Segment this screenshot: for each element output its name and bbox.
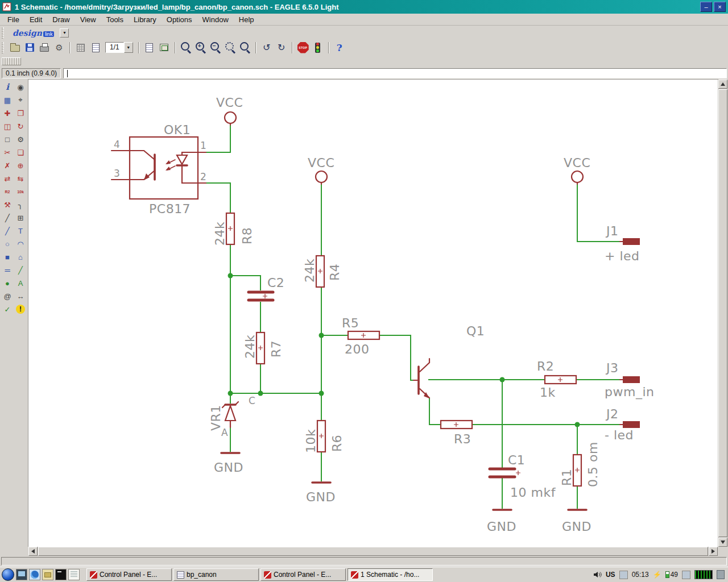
launcher-files-icon[interactable] [42,569,53,580]
chevron-down-icon[interactable]: ▼ [124,42,133,53]
tool-mirror-icon[interactable]: ◫ [1,120,14,132]
grid-button[interactable] [74,41,88,55]
tool-pinswap-icon[interactable]: ⇄ [1,172,14,185]
power-vcc-1[interactable]: VCC [216,95,243,125]
battery-indicator[interactable]: 49 [665,571,678,579]
tool-smash-icon[interactable]: ⚒ [1,198,14,211]
tray-app-icon[interactable] [619,571,628,579]
tool-mark-icon[interactable]: ⌖ [14,94,27,106]
power-gnd-1[interactable]: GND [214,453,243,475]
tool-rect-icon[interactable]: ■ [1,251,14,263]
component-c2[interactable]: C2 [249,276,284,300]
tool-dimension-icon[interactable]: ↔ [14,290,27,302]
tool-add-icon[interactable]: ⊕ [14,159,27,172]
component-q1-transistor[interactable]: Q1 [413,324,485,398]
tool-junction-icon[interactable]: ● [1,277,14,289]
component-r3[interactable]: R3 [441,421,472,446]
tool-text-icon[interactable]: T [14,225,27,237]
menu-view[interactable]: View [75,14,101,25]
tray-network-icon[interactable] [682,571,690,579]
zoom-select-button[interactable] [224,41,237,55]
menu-help[interactable]: Help [234,14,259,25]
tool-invoke-icon[interactable]: ⊞ [14,211,27,224]
undo-button[interactable]: ↺ [260,41,274,55]
open-button[interactable] [8,41,22,55]
desktop-pager[interactable] [717,570,725,579]
launcher-monitor-icon[interactable] [16,569,27,580]
power-icon[interactable]: ⚡ [653,571,661,579]
zoom-in-button[interactable]: + [194,41,208,55]
menu-window[interactable]: Window [197,14,234,25]
tool-split-icon[interactable]: ╱ [1,211,14,224]
schematic-button[interactable] [143,41,156,55]
component-r4[interactable]: R4 24k [303,256,342,287]
cam-button[interactable]: ⚙ [52,41,66,55]
go-button[interactable] [311,41,325,55]
tool-value-icon[interactable]: 10k [14,185,27,198]
scroll-right-button[interactable] [709,547,718,556]
menu-options[interactable]: Options [162,14,197,25]
component-r5[interactable]: R5 200 [342,316,379,356]
sheet-list-button[interactable] [89,41,102,55]
power-gnd-4[interactable]: GND [562,510,592,534]
vertical-scrollbar[interactable] [718,80,728,547]
print-button[interactable] [38,41,51,55]
taskbar-window-control-panel-1[interactable]: Control Panel - E... [86,568,172,581]
power-gnd-2[interactable]: GND [306,483,336,504]
component-r8[interactable]: R8 24k [213,213,254,246]
scroll-left-button[interactable] [28,547,38,556]
component-r7[interactable]: R7 24k [243,332,283,364]
zoom-out-button[interactable]: − [209,41,222,55]
menu-tools[interactable]: Tools [101,14,129,25]
keyboard-layout-indicator[interactable]: US [606,571,615,579]
tool-errors-icon[interactable]: ! [16,305,25,314]
schematic-drawing[interactable]: VCC VCC VCC GND GND GND GND [28,80,718,547]
minimize-button[interactable]: – [700,2,712,12]
tool-arc-icon[interactable]: ◠ [14,238,27,250]
tool-net-icon[interactable]: ╱ [14,264,27,276]
volume-icon[interactable] [593,571,602,579]
sheet-selector[interactable]: 1/1 ▼ [105,42,133,53]
component-vr1-zener[interactable]: VR1 C A [209,395,255,438]
redo-button[interactable]: ↻ [275,41,288,55]
horizontal-scroll-thumb[interactable] [38,547,708,556]
tool-display-icon[interactable]: ▦ [1,94,14,106]
tool-change-icon[interactable]: ⚙ [14,133,27,146]
menu-edit[interactable]: Edit [24,14,47,25]
zoom-redraw-button[interactable] [238,41,252,55]
component-j1-connector[interactable]: J1 + led [605,224,640,263]
tool-circle-icon[interactable]: ○ [1,238,14,250]
vertical-scroll-thumb[interactable] [718,89,727,537]
toolbar-grip[interactable] [2,42,5,53]
tool-polygon-icon[interactable]: ⌂ [14,251,27,263]
menu-library[interactable]: Library [129,14,162,25]
power-vcc-2[interactable]: VCC [308,156,334,184]
cpu-monitor[interactable] [694,570,713,579]
taskbar-window-schematic[interactable]: 1 Schematic - /ho... [348,568,433,581]
tool-paste-icon[interactable]: ❏ [14,146,27,159]
menu-draw[interactable]: Draw [47,14,75,25]
tool-miter-icon[interactable]: ╮ [14,198,27,211]
tool-copy-icon[interactable]: ❐ [14,107,27,119]
tool-move-icon[interactable]: ✚ [1,107,14,119]
tool-cut-icon[interactable]: ✂ [1,146,14,159]
schematic-canvas[interactable]: VCC VCC VCC GND GND GND GND [28,80,718,547]
designlink-logo[interactable]: design link [9,28,57,38]
net-wires[interactable] [206,125,623,509]
tool-name-icon[interactable]: R2 [1,185,14,198]
tool-wire-icon[interactable]: ╱ [1,225,14,237]
help-button[interactable]: ? [333,41,346,55]
component-c1[interactable]: C1 10 mkf [490,453,556,500]
clock[interactable]: 05:13 [632,571,649,579]
tool-show-icon[interactable]: ◉ [14,81,27,93]
close-button[interactable]: × [714,2,726,12]
component-r6[interactable]: R6 10k [304,421,344,453]
tool-info-icon[interactable]: i [1,81,14,93]
tool-bus-icon[interactable]: ═ [1,264,14,276]
zoom-fit-button[interactable] [179,41,193,55]
tool-rotate-icon[interactable]: ↻ [14,120,27,132]
tool-replace-icon[interactable]: ⇆ [14,172,27,185]
launcher-editor-icon[interactable] [68,569,80,580]
tool-label-icon[interactable]: A [14,277,27,289]
command-input[interactable] [64,69,726,78]
